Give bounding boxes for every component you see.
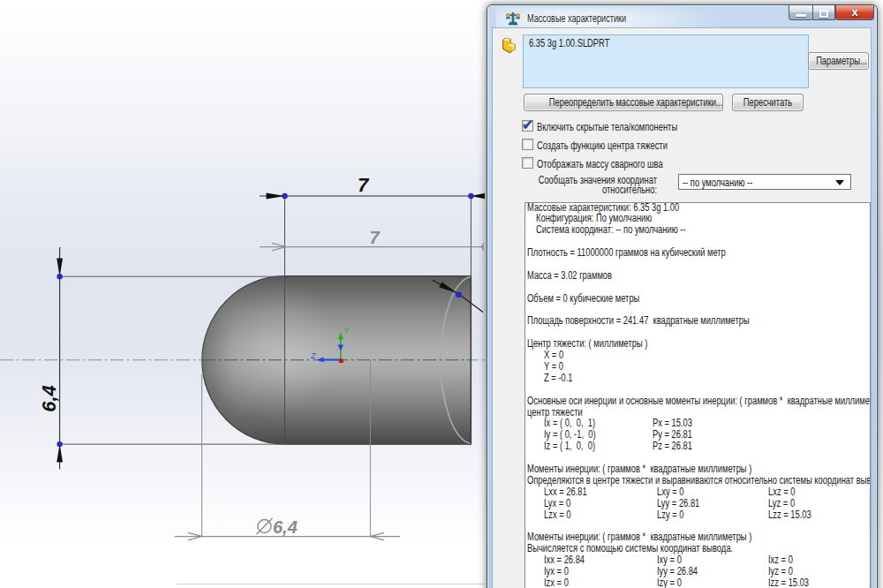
svg-text:7: 7 <box>358 174 370 196</box>
svg-text:7: 7 <box>369 228 380 247</box>
svg-text:6,4: 6,4 <box>38 385 60 412</box>
svg-text:Z: Z <box>310 351 316 360</box>
svg-text:6,4: 6,4 <box>273 517 298 537</box>
svg-text:Y: Y <box>343 326 350 335</box>
